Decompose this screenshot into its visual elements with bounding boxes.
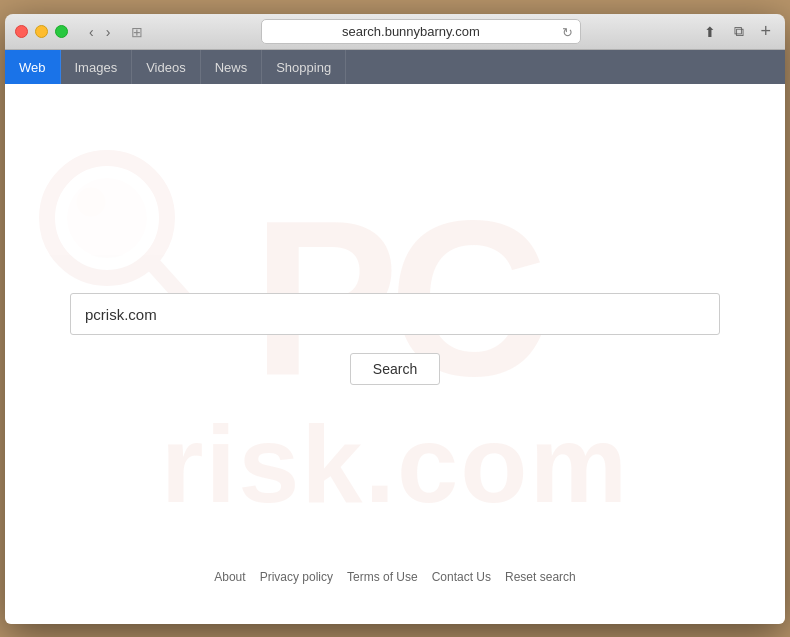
search-container: Search [70,293,720,385]
browser-window: ‹ › ⊞ ↻ ⬆ ⧉ + Web Images Videos News [5,14,785,624]
browser-toolbar: Web Images Videos News Shopping [5,50,785,84]
search-button[interactable]: Search [350,353,440,385]
url-bar-area: ↻ [151,19,690,44]
footer-about[interactable]: About [214,570,245,584]
tab-web[interactable]: Web [5,50,61,84]
minimize-button[interactable] [35,25,48,38]
tab-videos[interactable]: Videos [132,50,201,84]
fullscreen-button[interactable] [55,25,68,38]
search-input[interactable] [70,293,720,335]
share-button[interactable]: ⬆ [698,21,722,43]
new-tab-button[interactable]: + [756,21,775,42]
reload-icon[interactable]: ↻ [562,24,573,39]
url-bar[interactable] [261,19,581,44]
footer-terms[interactable]: Terms of Use [347,570,418,584]
tab-images[interactable]: Images [61,50,133,84]
forward-button[interactable]: › [101,22,116,42]
close-button[interactable] [15,25,28,38]
footer-contact[interactable]: Contact Us [432,570,491,584]
titlebar: ‹ › ⊞ ↻ ⬆ ⧉ + [5,14,785,50]
tab-icon: ⊞ [131,24,143,40]
back-button[interactable]: ‹ [84,22,99,42]
svg-point-1 [67,178,147,258]
svg-point-0 [47,158,167,278]
nav-arrows: ‹ › [84,22,115,42]
titlebar-actions: ⬆ ⧉ + [698,20,775,43]
footer-reset[interactable]: Reset search [505,570,576,584]
browser-content: PC risk.com Search About Privacy policy … [5,84,785,624]
svg-point-2 [77,188,106,217]
footer-links: About Privacy policy Terms of Use Contac… [5,570,785,584]
tab-shopping[interactable]: Shopping [262,50,346,84]
footer-privacy[interactable]: Privacy policy [260,570,333,584]
traffic-lights [15,25,68,38]
tab-news[interactable]: News [201,50,263,84]
window-button[interactable]: ⧉ [728,20,750,43]
watermark-risk-text: risk.com [161,409,629,519]
